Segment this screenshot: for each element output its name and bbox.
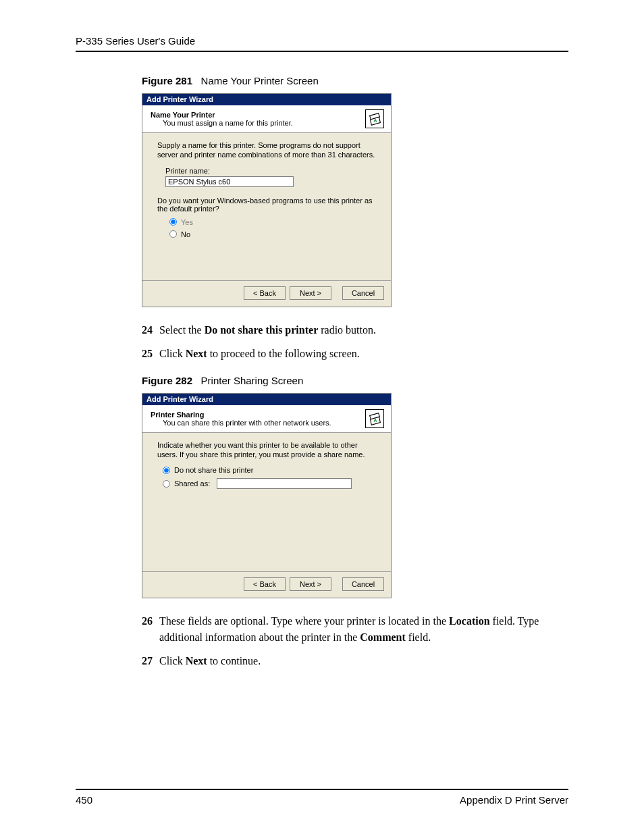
step-24-text-post: radio button. xyxy=(318,324,376,336)
figure-282-num: Figure 282 xyxy=(142,375,192,386)
radio-yes[interactable] xyxy=(169,218,177,226)
footer-rule xyxy=(76,789,568,790)
wizard-body: Supply a name for this printer. Some pro… xyxy=(142,133,391,280)
wizard-header: Name Your Printer You must assign a name… xyxy=(142,105,391,133)
step-24-bold: Do not share this printer xyxy=(205,324,319,336)
footer-section: Appendix D Print Server xyxy=(460,794,568,806)
default-printer-question: Do you want your Windows-based programs … xyxy=(157,197,376,213)
wizard-titlebar: Add Printer Wizard xyxy=(142,394,391,405)
step-24-num: 24 xyxy=(142,322,157,338)
wizard-subheading: You must assign a name for this printer. xyxy=(163,119,384,127)
figure-281-caption: Figure 281 Name Your Printer Screen xyxy=(142,75,568,86)
radio-no-label: No xyxy=(181,230,190,238)
step-27: 27 Click Next to continue. xyxy=(142,653,568,669)
wizard-subheading: You can share this printer with other ne… xyxy=(163,419,384,427)
step-25-text-post: to proceed to the following screen. xyxy=(207,348,360,359)
step-27-text-post: to continue. xyxy=(207,655,261,667)
step-25: 25 Click Next to proceed to the followin… xyxy=(142,346,568,361)
running-head: P-335 Series User's Guide xyxy=(76,35,568,47)
page-number: 450 xyxy=(76,794,92,806)
share-name-input[interactable] xyxy=(217,478,352,489)
figure-282-caption: Figure 282 Printer Sharing Screen xyxy=(142,375,568,386)
back-button[interactable]: < Back xyxy=(244,286,286,300)
wizard-intro-text: Indicate whether you want this printer t… xyxy=(157,441,376,460)
step-24: 24 Select the Do not share this printer … xyxy=(142,322,568,338)
step-26-num: 26 xyxy=(142,613,157,644)
printer-name-label: Printer name: xyxy=(165,167,376,175)
step-27-bold: Next xyxy=(186,655,207,667)
next-button[interactable]: Next > xyxy=(290,577,331,591)
printer-name-input[interactable] xyxy=(165,176,294,187)
radio-yes-label: Yes xyxy=(181,218,193,226)
wizard-footer: < Back Next > Cancel xyxy=(142,280,391,307)
wizard-body: Indicate whether you want this printer t… xyxy=(142,433,391,572)
wizard-intro-text: Supply a name for this printer. Some pro… xyxy=(157,141,376,160)
radio-no[interactable] xyxy=(169,230,177,238)
wizard-footer: < Back Next > Cancel xyxy=(142,571,391,598)
step-27-text-pre: Click xyxy=(159,655,186,667)
wizard-printer-sharing: Add Printer Wizard Printer Sharing You c… xyxy=(142,393,392,599)
wizard-heading: Name Your Printer xyxy=(151,111,384,119)
step-25-bold: Next xyxy=(186,348,207,359)
step-24-text-pre: Select the xyxy=(159,324,205,336)
figure-282-title: Printer Sharing Screen xyxy=(201,375,304,386)
wizard-name-printer: Add Printer Wizard Name Your Printer You… xyxy=(142,93,392,307)
step-25-num: 25 xyxy=(142,346,157,361)
figure-281-num: Figure 281 xyxy=(142,75,192,86)
radio-no-share[interactable] xyxy=(163,467,170,474)
step-26: 26 These fields are optional. Type where… xyxy=(142,613,568,644)
radio-shared-as-label: Shared as: xyxy=(174,479,210,488)
back-button[interactable]: < Back xyxy=(244,577,286,591)
radio-shared-as[interactable] xyxy=(163,480,170,488)
header-rule xyxy=(76,51,568,52)
wizard-heading: Printer Sharing xyxy=(151,411,384,419)
next-button[interactable]: Next > xyxy=(290,286,331,300)
wizard-header: Printer Sharing You can share this print… xyxy=(142,405,391,433)
step-27-num: 27 xyxy=(142,653,157,669)
step-26-t1: These fields are optional. Type where yo… xyxy=(159,615,449,627)
wizard-titlebar: Add Printer Wizard xyxy=(142,94,391,105)
cancel-button[interactable]: Cancel xyxy=(342,286,384,300)
step-26-b2: Comment xyxy=(360,631,406,643)
printer-icon xyxy=(365,109,384,128)
figure-281-title: Name Your Printer Screen xyxy=(201,75,319,86)
printer-icon xyxy=(365,409,384,428)
cancel-button[interactable]: Cancel xyxy=(342,577,384,591)
step-26-b1: Location xyxy=(449,615,489,627)
radio-no-share-label: Do not share this printer xyxy=(174,466,253,474)
step-25-text-pre: Click xyxy=(159,348,186,359)
page-footer: 450 Appendix D Print Server xyxy=(76,789,568,806)
step-26-t3: field. xyxy=(406,631,431,643)
